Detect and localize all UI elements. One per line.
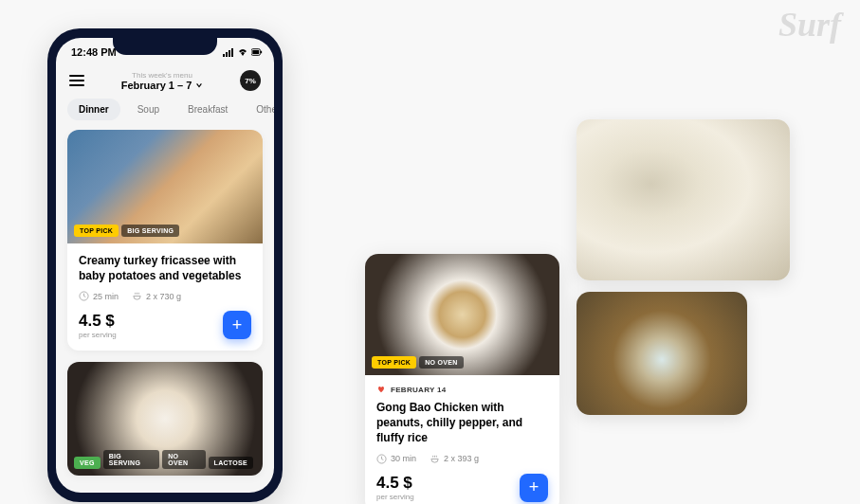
tab-dinner[interactable]: Dinner [67,99,120,120]
header-subtitle: This week's menu [121,71,204,80]
recipe-time: 30 min [391,454,416,463]
recipe-image: TOP PICK NO OVEN [365,254,559,375]
phone-notch [113,38,217,55]
phone-screen: 12:48 PM This week's menu February 1 – 7… [56,38,274,493]
category-tabs: Dinner Soup Breakfast Other [56,99,274,130]
app-header: This week's menu February 1 – 7 7% [56,66,274,99]
recipe-price-sub: per serving [79,331,117,339]
svg-rect-1 [226,52,228,57]
signal-icon [223,47,234,57]
svg-rect-3 [231,48,233,57]
header-title: February 1 – 7 [121,80,192,91]
food-photo-risotto [576,119,790,280]
recipe-card-detail[interactable]: TOP PICK NO OVEN FEBRUARY 14 Gong Bao Ch… [365,254,559,504]
recipe-list[interactable]: TOP PICK BIG SERVING Creamy turkey frica… [56,130,274,490]
tab-soup[interactable]: Soup [126,99,171,120]
recipe-card[interactable]: VEG BIG SERVING NO OVEN LACTOSE [67,362,263,476]
recipe-card[interactable]: TOP PICK BIG SERVING Creamy turkey frica… [67,130,263,351]
svg-rect-0 [223,54,225,57]
food-photo-granola [576,292,747,415]
pill-top-pick: TOP PICK [74,225,119,237]
recipe-date: FEBRUARY 14 [391,386,446,394]
add-button[interactable]: + [520,474,548,502]
status-icons [223,47,263,57]
pill-no-oven: NO OVEN [162,450,205,469]
recipe-time: 25 min [93,292,119,301]
clock-icon [79,291,89,301]
header-date-selector[interactable]: This week's menu February 1 – 7 [121,71,204,91]
tab-breakfast[interactable]: Breakfast [176,99,239,120]
add-button[interactable]: + [223,311,251,339]
pill-lactose: LACTOSE [209,457,253,469]
recipe-price: 4.5 $ [79,312,117,331]
recipe-title: Creamy turkey fricassee with baby potato… [79,253,251,283]
brand-logo: Surf [778,5,841,45]
recipe-image: VEG BIG SERVING NO OVEN LACTOSE [67,362,263,476]
recipe-meta: 25 min 2 x 730 g [79,291,251,301]
svg-rect-6 [261,51,262,54]
pill-no-oven: NO OVEN [419,356,463,369]
recipe-price: 4.5 $ [376,474,414,493]
phone-frame: 12:48 PM This week's menu February 1 – 7… [47,28,283,502]
recipe-meta: 30 min 2 x 393 g [376,454,548,464]
pill-top-pick: TOP PICK [372,356,416,369]
bowl-icon [430,454,440,464]
recipe-date-tag: FEBRUARY 14 [376,385,548,394]
tab-other[interactable]: Other [245,99,274,120]
wifi-icon [237,47,248,57]
status-time: 12:48 PM [71,46,117,58]
heart-icon [376,385,386,394]
bowl-icon [132,291,142,301]
recipe-image: TOP PICK BIG SERVING [67,130,263,243]
chevron-down-icon [195,81,203,89]
menu-icon[interactable] [69,75,84,86]
pill-big-serving: BIG SERVING [121,225,179,237]
svg-rect-2 [229,50,230,57]
clock-icon [376,454,387,464]
svg-rect-5 [252,50,259,54]
recipe-title: Gong Bao Chicken with peanuts, chilly pe… [376,400,548,446]
recipe-weight: 2 x 393 g [444,454,479,463]
pill-big-serving: BIG SERVING [103,450,160,469]
discount-badge[interactable]: 7% [240,70,261,91]
pill-veg: VEG [74,457,101,469]
battery-icon [251,47,263,57]
recipe-price-sub: per serving [376,493,414,501]
recipe-weight: 2 x 730 g [146,292,181,301]
